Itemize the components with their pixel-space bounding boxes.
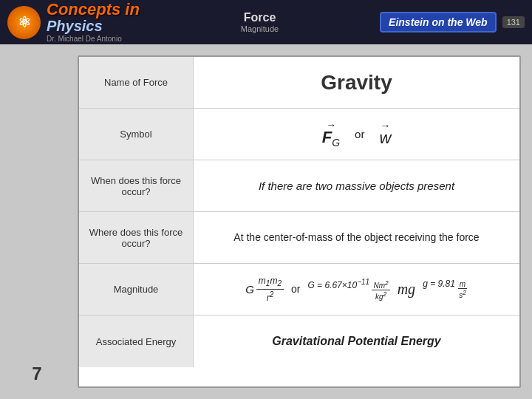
or-label-magnitude: or (291, 283, 300, 295)
left-margin: 7 (0, 44, 74, 399)
force-table: Name of Force Gravity Symbol → FG or → (78, 55, 521, 388)
table-row: Associated Energy Gravitational Potentia… (79, 316, 519, 367)
page-badge: 131 (502, 16, 525, 28)
content-name-of-force: Gravity (194, 57, 519, 108)
logo-sub: Physics (47, 18, 140, 35)
where-text: At the center-of-mass of the object rece… (233, 230, 479, 245)
logo-icon: ⚛ (7, 6, 41, 39)
when-text: If there are two massive objects present (259, 180, 454, 192)
label-where: Where does this force occur? (79, 212, 194, 263)
magnitude-formulas: G m1m2 r2 or G = 6.67×10−11 Nm2kg2 mg (245, 275, 468, 303)
content-symbol: → FG or → w (194, 109, 519, 160)
w-symbol: → w (379, 120, 391, 148)
table-row: When does this force occur? If there are… (79, 160, 519, 212)
table-row: Magnitude G m1m2 r2 or G = 6.67×10−11 Nm… (79, 264, 519, 316)
label-name-of-force: Name of Force (79, 57, 194, 108)
page-number: 7 (32, 364, 41, 384)
energy-text: Gravitational Potential Energy (272, 335, 441, 348)
content-where: At the center-of-mass of the object rece… (194, 212, 519, 263)
gravity-text: Gravity (321, 71, 392, 95)
header: ⚛ Concepts in Physics Dr. Michael De Ant… (0, 0, 532, 44)
header-right: Einstein on the Web 131 (380, 12, 525, 33)
content-magnitude: G m1m2 r2 or G = 6.67×10−11 Nm2kg2 mg (194, 264, 519, 315)
table-row: Where does this force occur? At the cent… (79, 212, 519, 264)
label-energy: Associated Energy (79, 316, 194, 367)
label-when: When does this force occur? (79, 160, 194, 211)
logo-title: Concepts in (47, 1, 140, 18)
einstein-badge: Einstein on the Web (380, 12, 497, 33)
label-magnitude: Magnitude (79, 264, 194, 315)
header-left: ⚛ Concepts in Physics Dr. Michael De Ant… (7, 1, 140, 43)
header-center: Force Magnitude (241, 11, 279, 33)
main-content: 7 Name of Force Gravity Symbol → FG or (0, 44, 532, 399)
header-title: Force (241, 11, 279, 24)
table-row: Symbol → FG or → w (79, 109, 519, 160)
mg-formula: mg (398, 281, 415, 298)
G-value: G = 6.67×10−11 Nm2kg2 (307, 278, 389, 301)
content-when: If there are two massive objects present (194, 160, 519, 211)
or-label-symbol: or (355, 128, 364, 140)
g-value: g = 9.81 ms2 (423, 279, 468, 299)
header-subtitle: Magnitude (241, 24, 279, 33)
symbol-display: → FG or → w (322, 119, 392, 149)
content-energy: Gravitational Potential Energy (194, 316, 519, 367)
label-symbol: Symbol (79, 109, 194, 160)
author-text: Dr. Michael De Antonio (47, 35, 140, 43)
formula-G: G m1m2 r2 (245, 275, 284, 303)
fg-symbol: → FG (322, 119, 340, 149)
logo-text-block: Concepts in Physics Dr. Michael De Anton… (47, 1, 140, 43)
table-row: Name of Force Gravity (79, 57, 519, 109)
